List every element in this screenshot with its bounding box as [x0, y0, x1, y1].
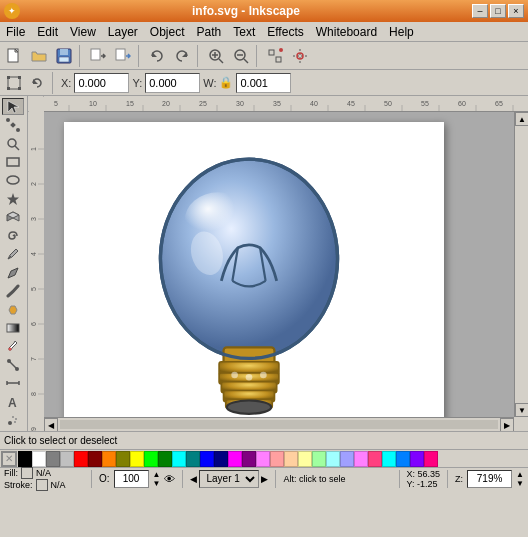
color-swatch[interactable] — [60, 451, 74, 467]
gradient-tool[interactable] — [2, 319, 24, 336]
opacity-input[interactable] — [114, 470, 149, 488]
export-button[interactable] — [111, 44, 135, 68]
new-button[interactable] — [2, 44, 26, 68]
measure-tool[interactable] — [2, 375, 24, 392]
fill-color-box[interactable] — [21, 467, 33, 479]
color-swatch[interactable] — [326, 451, 340, 467]
scroll-left-button[interactable]: ◀ — [44, 418, 58, 431]
menu-item-view[interactable]: View — [64, 22, 102, 41]
undo-button[interactable] — [145, 44, 169, 68]
bucket-tool[interactable] — [2, 301, 24, 318]
menu-item-help[interactable]: Help — [383, 22, 420, 41]
color-swatch[interactable] — [298, 451, 312, 467]
layer-next-button[interactable]: ▶ — [261, 474, 268, 484]
menu-item-effects[interactable]: Effects — [261, 22, 309, 41]
color-swatch[interactable] — [312, 451, 326, 467]
color-swatch[interactable] — [46, 451, 60, 467]
zoom-in-button[interactable] — [204, 44, 228, 68]
ellipse-tool[interactable] — [2, 172, 24, 189]
color-swatch[interactable] — [284, 451, 298, 467]
spray-tool[interactable] — [2, 411, 24, 428]
color-swatch[interactable] — [354, 451, 368, 467]
scrollbar-vertical[interactable]: ▲ ▼ — [514, 112, 528, 417]
zoom-tool[interactable] — [2, 135, 24, 152]
pen-tool[interactable] — [2, 264, 24, 281]
3dbox-tool[interactable] — [2, 209, 24, 226]
stroke-color-box[interactable] — [36, 479, 48, 491]
pencil-tool[interactable] — [2, 246, 24, 263]
color-swatch[interactable] — [396, 451, 410, 467]
minimize-button[interactable]: – — [472, 4, 488, 18]
dropper-tool[interactable] — [2, 338, 24, 355]
color-swatch[interactable] — [228, 451, 242, 467]
redo-button[interactable] — [170, 44, 194, 68]
color-swatch[interactable] — [74, 451, 88, 467]
color-swatch[interactable] — [186, 451, 200, 467]
color-swatch[interactable] — [158, 451, 172, 467]
menu-item-path[interactable]: Path — [191, 22, 228, 41]
color-swatch[interactable] — [200, 451, 214, 467]
color-swatch[interactable] — [88, 451, 102, 467]
connector-tool[interactable] — [2, 356, 24, 373]
zoom-spinner[interactable]: ▲ ▼ — [516, 470, 524, 488]
layer-select[interactable]: Layer 1 — [199, 470, 259, 488]
canvas-container[interactable]: 5 10 15 20 25 30 35 40 45 50 5 — [28, 96, 528, 431]
color-swatch[interactable] — [410, 451, 424, 467]
zoom-out-button[interactable] — [229, 44, 253, 68]
color-swatch[interactable] — [116, 451, 130, 467]
y-input[interactable] — [145, 73, 200, 93]
snap-button[interactable] — [263, 44, 287, 68]
menu-item-object[interactable]: Object — [144, 22, 191, 41]
color-swatch[interactable] — [242, 451, 256, 467]
menu-item-file[interactable]: File — [0, 22, 31, 41]
color-swatch[interactable] — [214, 451, 228, 467]
menu-item-whiteboard[interactable]: Whiteboard — [310, 22, 383, 41]
spiral-tool[interactable] — [2, 227, 24, 244]
color-swatch[interactable] — [18, 451, 32, 467]
text-tool[interactable]: A — [2, 393, 24, 410]
color-swatch[interactable] — [172, 451, 186, 467]
lock-aspect-button[interactable]: 🔒 — [219, 76, 233, 89]
color-swatch[interactable] — [270, 451, 284, 467]
color-swatch[interactable] — [256, 451, 270, 467]
zoom-input[interactable] — [467, 470, 512, 488]
transform-button[interactable] — [4, 73, 24, 93]
node-tool[interactable] — [2, 116, 24, 133]
color-swatch[interactable] — [130, 451, 144, 467]
color-swatch[interactable] — [102, 451, 116, 467]
close-button[interactable]: × — [508, 4, 524, 18]
menu-item-edit[interactable]: Edit — [31, 22, 64, 41]
svg-text:35: 35 — [273, 100, 281, 107]
import-button[interactable] — [86, 44, 110, 68]
color-swatch[interactable] — [32, 451, 46, 467]
canvas[interactable] — [44, 112, 514, 417]
w-input[interactable] — [236, 73, 291, 93]
rotate-button[interactable] — [27, 73, 47, 93]
color-swatch[interactable] — [144, 451, 158, 467]
save-button[interactable] — [52, 44, 76, 68]
scroll-thumb-horizontal[interactable] — [60, 420, 498, 429]
opacity-spinner[interactable]: ▲ ▼ — [153, 470, 161, 488]
scroll-thumb-vertical[interactable] — [516, 127, 527, 402]
color-swatch[interactable] — [340, 451, 354, 467]
x-input[interactable] — [74, 73, 129, 93]
menu-item-text[interactable]: Text — [227, 22, 261, 41]
menu-item-layer[interactable]: Layer — [102, 22, 144, 41]
scrollbar-horizontal[interactable]: ◀ ▶ — [44, 417, 514, 431]
maximize-button[interactable]: □ — [490, 4, 506, 18]
select-tool[interactable] — [2, 98, 24, 115]
rect-tool[interactable] — [2, 153, 24, 170]
snap2-button[interactable] — [288, 44, 312, 68]
open-button[interactable] — [27, 44, 51, 68]
color-swatch[interactable] — [382, 451, 396, 467]
layer-prev-button[interactable]: ◀ — [190, 474, 197, 484]
scroll-down-button[interactable]: ▼ — [515, 403, 528, 417]
scroll-up-button[interactable]: ▲ — [515, 112, 528, 126]
scroll-right-button[interactable]: ▶ — [500, 418, 514, 431]
color-swatch[interactable] — [368, 451, 382, 467]
calligraphy-tool[interactable] — [2, 282, 24, 299]
star-tool[interactable] — [2, 190, 24, 207]
view-mode-button[interactable]: 👁 — [164, 473, 175, 485]
no-color-swatch[interactable]: ✕ — [1, 451, 17, 467]
color-swatch[interactable] — [424, 451, 438, 467]
